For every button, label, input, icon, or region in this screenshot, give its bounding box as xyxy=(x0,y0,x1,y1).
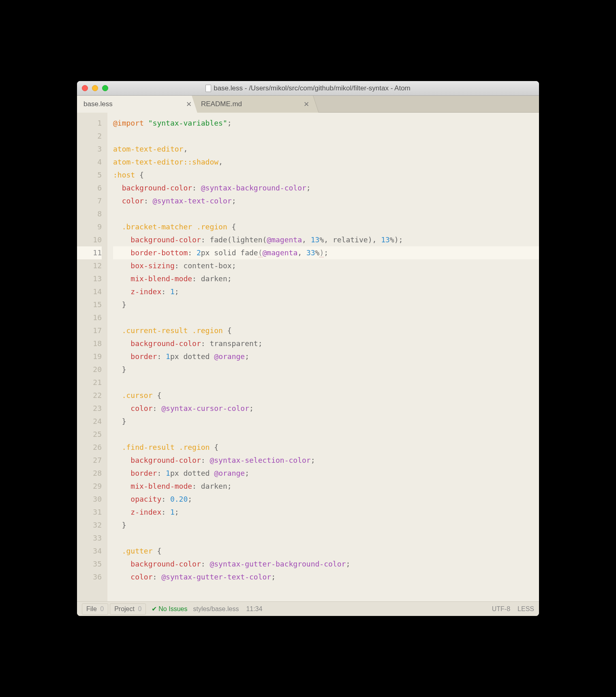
code-line[interactable]: @import "syntax-variables"; xyxy=(113,117,539,130)
tab-label: README.md xyxy=(201,100,242,108)
code-line[interactable]: .find-result .region { xyxy=(113,441,539,454)
code-line[interactable]: color: @syntax-gutter-text-color; xyxy=(113,571,539,584)
line-number[interactable]: 3 xyxy=(77,143,102,156)
code-line[interactable]: :host { xyxy=(113,169,539,182)
line-number[interactable]: 13 xyxy=(77,272,102,285)
line-number[interactable]: 26 xyxy=(77,441,102,454)
code-line[interactable] xyxy=(113,130,539,143)
line-number[interactable]: 30 xyxy=(77,493,102,506)
project-issues-button[interactable]: Project 0 xyxy=(110,603,146,615)
window-title: base.less - /Users/mikol/src/com/github/… xyxy=(77,84,539,92)
code-line[interactable]: color: @syntax-text-color; xyxy=(113,195,539,207)
line-number[interactable]: 22 xyxy=(77,389,102,402)
line-gutter[interactable]: 1234567891011121314151617181920212223242… xyxy=(77,113,107,601)
code-line[interactable]: atom-text-editor::shadow, xyxy=(113,156,539,169)
code-line[interactable]: color: @syntax-cursor-color; xyxy=(113,402,539,415)
no-issues-indicator[interactable]: ✔ No Issues xyxy=(152,605,187,613)
code-line[interactable]: background-color: transparent; xyxy=(113,337,539,350)
line-number[interactable]: 24 xyxy=(77,415,102,428)
code-line[interactable] xyxy=(113,428,539,441)
zoom-window-button[interactable] xyxy=(102,85,108,91)
line-number[interactable]: 5 xyxy=(77,169,102,182)
line-number[interactable]: 14 xyxy=(77,285,102,298)
code-line[interactable]: background-color: @syntax-gutter-backgro… xyxy=(113,558,539,571)
line-number[interactable]: 35 xyxy=(77,558,102,571)
code-line[interactable]: } xyxy=(113,415,539,428)
tab-bar: base.less✕README.md✕ xyxy=(77,96,539,113)
line-number[interactable]: 20 xyxy=(77,363,102,376)
code-area[interactable]: @import "syntax-variables"; atom-text-ed… xyxy=(107,113,539,601)
code-line[interactable]: z-index: 1; xyxy=(113,285,539,298)
line-number[interactable]: 6 xyxy=(77,182,102,195)
code-line[interactable]: background-color: @syntax-selection-colo… xyxy=(113,454,539,467)
line-number[interactable]: 32 xyxy=(77,519,102,532)
code-line[interactable]: .gutter { xyxy=(113,545,539,558)
line-number[interactable]: 34 xyxy=(77,545,102,558)
line-number[interactable]: 19 xyxy=(77,350,102,363)
code-line[interactable]: opacity: 0.20; xyxy=(113,493,539,506)
code-line[interactable]: .current-result .region { xyxy=(113,324,539,337)
app-window: base.less - /Users/mikol/src/com/github/… xyxy=(77,81,539,616)
code-line[interactable]: z-index: 1; xyxy=(113,506,539,519)
code-line[interactable] xyxy=(113,532,539,545)
file-issues-button[interactable]: File 0 xyxy=(82,603,108,615)
line-number[interactable]: 7 xyxy=(77,195,102,207)
code-line[interactable]: } xyxy=(113,363,539,376)
line-number[interactable]: 12 xyxy=(77,259,102,272)
status-bar: File 0 Project 0 ✔ No Issues styles/base… xyxy=(77,601,539,616)
code-line[interactable]: border: 1px dotted @orange; xyxy=(113,350,539,363)
line-number[interactable]: 27 xyxy=(77,454,102,467)
line-number[interactable]: 29 xyxy=(77,480,102,493)
line-number[interactable]: 11 xyxy=(77,246,102,259)
encoding-selector[interactable]: UTF-8 xyxy=(492,605,510,613)
line-number[interactable]: 16 xyxy=(77,311,102,324)
code-line[interactable]: border: 1px dotted @orange; xyxy=(113,467,539,480)
code-line[interactable]: } xyxy=(113,298,539,311)
titlebar[interactable]: base.less - /Users/mikol/src/com/github/… xyxy=(77,81,539,96)
close-window-button[interactable] xyxy=(82,85,88,91)
close-tab-icon[interactable]: ✕ xyxy=(304,100,309,109)
code-line[interactable]: mix-blend-mode: darken; xyxy=(113,480,539,493)
window-title-text: base.less - /Users/mikol/src/com/github/… xyxy=(214,84,411,92)
line-number[interactable]: 33 xyxy=(77,532,102,545)
close-tab-icon[interactable]: ✕ xyxy=(186,100,192,109)
file-path[interactable]: styles/base.less xyxy=(193,605,239,613)
code-line[interactable] xyxy=(113,311,539,324)
tab-base-less[interactable]: base.less✕ xyxy=(77,96,199,113)
editor-pane[interactable]: 1234567891011121314151617181920212223242… xyxy=(77,113,539,601)
code-line[interactable] xyxy=(113,376,539,389)
code-line[interactable]: .cursor { xyxy=(113,389,539,402)
check-icon: ✔ xyxy=(152,605,157,613)
line-number[interactable]: 10 xyxy=(77,233,102,246)
code-line[interactable]: border-bottom: 2px solid fade(@magenta, … xyxy=(113,246,539,259)
line-number[interactable]: 9 xyxy=(77,220,102,233)
line-number[interactable]: 31 xyxy=(77,506,102,519)
document-icon xyxy=(205,85,211,92)
line-number[interactable]: 17 xyxy=(77,324,102,337)
tab-README-md[interactable]: README.md✕ xyxy=(192,96,319,113)
line-number[interactable]: 21 xyxy=(77,376,102,389)
code-line[interactable] xyxy=(113,207,539,220)
code-line[interactable]: .bracket-matcher .region { xyxy=(113,220,539,233)
code-line[interactable]: background-color: @syntax-background-col… xyxy=(113,182,539,195)
line-number[interactable]: 28 xyxy=(77,467,102,480)
line-number[interactable]: 4 xyxy=(77,156,102,169)
line-number[interactable]: 15 xyxy=(77,298,102,311)
line-number[interactable]: 18 xyxy=(77,337,102,350)
line-number[interactable]: 25 xyxy=(77,428,102,441)
line-number[interactable]: 2 xyxy=(77,130,102,143)
cursor-position[interactable]: 11:34 xyxy=(246,605,262,613)
code-line[interactable]: background-color: fade(lighten(@magenta,… xyxy=(113,233,539,246)
minimize-window-button[interactable] xyxy=(92,85,98,91)
line-number[interactable]: 36 xyxy=(77,571,102,584)
code-line[interactable]: box-sizing: content-box; xyxy=(113,259,539,272)
code-line[interactable]: mix-blend-mode: darken; xyxy=(113,272,539,285)
code-line[interactable]: atom-text-editor, xyxy=(113,143,539,156)
traffic-lights xyxy=(77,85,108,91)
code-line[interactable]: } xyxy=(113,519,539,532)
line-number[interactable]: 1 xyxy=(77,117,102,130)
tab-label: base.less xyxy=(83,100,113,108)
line-number[interactable]: 23 xyxy=(77,402,102,415)
grammar-selector[interactable]: LESS xyxy=(518,605,534,613)
line-number[interactable]: 8 xyxy=(77,207,102,220)
